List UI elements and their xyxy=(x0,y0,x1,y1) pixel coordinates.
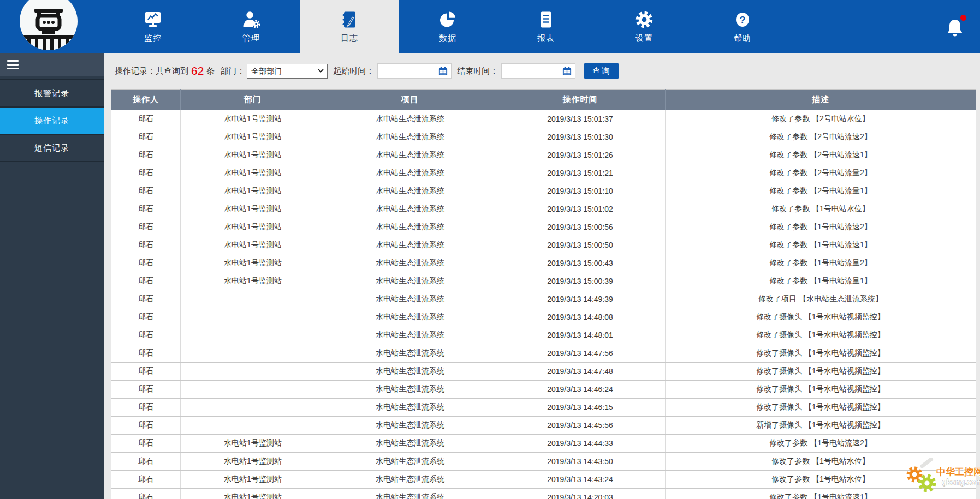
start-time-input[interactable] xyxy=(378,64,438,78)
cell-department: 水电站1号监测站 xyxy=(181,146,325,164)
cell-description: 修改了参数 【1号电站流量1】 xyxy=(666,272,976,290)
cell-operator: 邱石 xyxy=(111,272,181,290)
nav-tab-label: 帮助 xyxy=(734,33,751,44)
nav-tab-manage[interactable]: 管理 xyxy=(202,0,300,53)
search-button[interactable]: 查询 xyxy=(584,63,619,79)
table-row: 邱石 水电站生态泄流系统 2019/3/13 14:48:01 修改了摄像头 【… xyxy=(111,326,976,344)
cell-description: 修改了参数 【1号电站流速2】 xyxy=(666,435,976,453)
cell-project: 水电站生态泄流系统 xyxy=(325,453,495,471)
cell-project: 水电站生态泄流系统 xyxy=(325,435,495,453)
col-header-description: 描述 xyxy=(666,90,976,110)
table-row: 邱石 水电站1号监测站 水电站生态泄流系统 2019/3/13 14:44:33… xyxy=(111,435,976,453)
cell-project: 水电站生态泄流系统 xyxy=(325,182,495,200)
filter-bar: 操作记录：共查询到 62 条 部门： 全部部门 起始时间： xyxy=(104,53,980,89)
question-icon: ? xyxy=(733,10,752,29)
records-table: 操作人 部门 项目 操作时间 描述 邱石 水电站1号监测站 水电站生态泄流系统 … xyxy=(111,89,976,499)
sidebar-item-operation-records[interactable]: 操作记录 xyxy=(0,108,104,135)
sidebar-item-label: 报警记录 xyxy=(34,88,69,98)
cell-operator: 邱石 xyxy=(111,326,181,344)
nav-tab-settings[interactable]: 设置 xyxy=(595,0,693,53)
nav-tab-monitor[interactable]: 监控 xyxy=(104,0,202,53)
top-nav: 监控 管理 日志 数据 报表 设置 ? 帮助 xyxy=(0,0,980,53)
nav-tab-label: 设置 xyxy=(635,33,653,44)
sidebar-item-alarm-records[interactable]: 报警记录 xyxy=(0,79,104,108)
nav-tab-label: 日志 xyxy=(341,33,358,44)
cell-project: 水电站生态泄流系统 xyxy=(325,489,495,499)
cell-project: 水电站生态泄流系统 xyxy=(325,236,495,254)
table-row: 邱石 水电站生态泄流系统 2019/3/13 14:48:08 修改了摄像头 【… xyxy=(111,308,976,326)
cell-description: 修改了参数 【2号电站流速1】 xyxy=(666,146,976,164)
cell-department: 水电站1号监测站 xyxy=(181,435,325,453)
nav-tab-logs[interactable]: 日志 xyxy=(300,0,399,53)
cell-time: 2019/3/13 15:00:56 xyxy=(495,218,666,236)
monitor-chart-icon xyxy=(143,10,163,29)
cell-operator: 邱石 xyxy=(111,128,181,146)
calendar-icon[interactable] xyxy=(438,66,448,76)
cell-time: 2019/3/13 14:43:24 xyxy=(495,471,666,489)
nav-tab-reports[interactable]: 报表 xyxy=(497,0,595,53)
table-row: 邱石 水电站1号监测站 水电站生态泄流系统 2019/3/13 15:00:43… xyxy=(111,254,976,272)
hamburger-icon xyxy=(7,60,19,62)
sidebar-collapse-toggle[interactable] xyxy=(0,53,104,76)
cell-description: 修改了参数 【1号电站流速1】 xyxy=(666,489,976,499)
gear-icon xyxy=(634,10,654,29)
department-select-wrap: 全部部门 xyxy=(247,64,328,79)
cell-operator: 邱石 xyxy=(111,182,181,200)
cell-project: 水电站生态泄流系统 xyxy=(325,110,495,128)
col-header-operator: 操作人 xyxy=(111,90,181,110)
cell-description: 修改了摄像头 【1号水电站视频监控】 xyxy=(666,381,976,399)
bell-icon xyxy=(945,18,965,39)
cell-operator: 邱石 xyxy=(111,290,181,308)
cell-description: 修改了摄像头 【1号水电站视频监控】 xyxy=(666,344,976,363)
cell-operator: 邱石 xyxy=(111,417,181,435)
cell-time: 2019/3/13 14:48:08 xyxy=(495,308,666,326)
cell-time: 2019/3/13 14:47:56 xyxy=(495,344,666,363)
dam-logo-icon xyxy=(20,0,78,50)
cell-operator: 邱石 xyxy=(111,110,181,128)
cell-time: 2019/3/13 15:00:39 xyxy=(495,272,666,290)
department-select[interactable]: 全部部门 xyxy=(247,64,328,79)
cell-time: 2019/3/13 14:20:03 xyxy=(495,489,666,499)
cell-operator: 邱石 xyxy=(111,471,181,489)
sidebar-item-sms-records[interactable]: 短信记录 xyxy=(0,135,104,162)
nav-tab-data[interactable]: 数据 xyxy=(399,0,497,53)
cell-operator: 邱石 xyxy=(111,489,181,499)
cell-time: 2019/3/13 15:01:21 xyxy=(495,164,666,182)
cell-operator: 邱石 xyxy=(111,254,181,272)
cell-department xyxy=(181,344,325,363)
table-row: 邱石 水电站1号监测站 水电站生态泄流系统 2019/3/13 14:43:24… xyxy=(111,471,976,489)
cell-department xyxy=(181,399,325,417)
table-row: 邱石 水电站生态泄流系统 2019/3/13 14:47:56 修改了摄像头 【… xyxy=(111,344,976,363)
cell-time: 2019/3/13 14:48:01 xyxy=(495,326,666,344)
cell-description: 修改了参数 【1号电站流量2】 xyxy=(666,254,976,272)
nav-tab-label: 数据 xyxy=(439,33,456,44)
cell-operator: 邱石 xyxy=(111,308,181,326)
cell-operator: 邱石 xyxy=(111,453,181,471)
cell-description: 修改了参数 【1号电站水位】 xyxy=(666,200,976,218)
sidebar-item-label: 操作记录 xyxy=(34,116,69,125)
cell-operator: 邱石 xyxy=(111,236,181,254)
table-row: 邱石 水电站1号监测站 水电站生态泄流系统 2019/3/13 15:01:26… xyxy=(111,146,976,164)
cell-department: 水电站1号监测站 xyxy=(181,272,325,290)
nav-tab-help[interactable]: ? 帮助 xyxy=(693,0,792,53)
cell-department: 水电站1号监测站 xyxy=(181,128,325,146)
cell-project: 水电站生态泄流系统 xyxy=(325,308,495,326)
report-doc-icon xyxy=(536,10,556,29)
user-gear-icon xyxy=(241,10,261,29)
records-count: 62 xyxy=(191,64,204,78)
end-time-input[interactable] xyxy=(502,64,562,78)
cell-department: 水电站1号监测站 xyxy=(181,453,325,471)
cell-description: 修改了摄像头 【1号水电站视频监控】 xyxy=(666,363,976,381)
cell-department: 水电站1号监测站 xyxy=(181,200,325,218)
calendar-icon[interactable] xyxy=(562,66,572,76)
start-time-label: 起始时间： xyxy=(333,66,374,76)
table-row: 邱石 水电站1号监测站 水电站生态泄流系统 2019/3/13 15:01:02… xyxy=(111,200,976,218)
cell-department xyxy=(181,363,325,381)
nav-tab-label: 报表 xyxy=(537,33,555,44)
cell-time: 2019/3/13 15:01:37 xyxy=(495,110,666,128)
cell-project: 水电站生态泄流系统 xyxy=(325,344,495,363)
notification-bell-button[interactable] xyxy=(945,15,967,39)
cell-project: 水电站生态泄流系统 xyxy=(325,471,495,489)
cell-project: 水电站生态泄流系统 xyxy=(325,164,495,182)
pie-chart-icon xyxy=(438,10,458,29)
